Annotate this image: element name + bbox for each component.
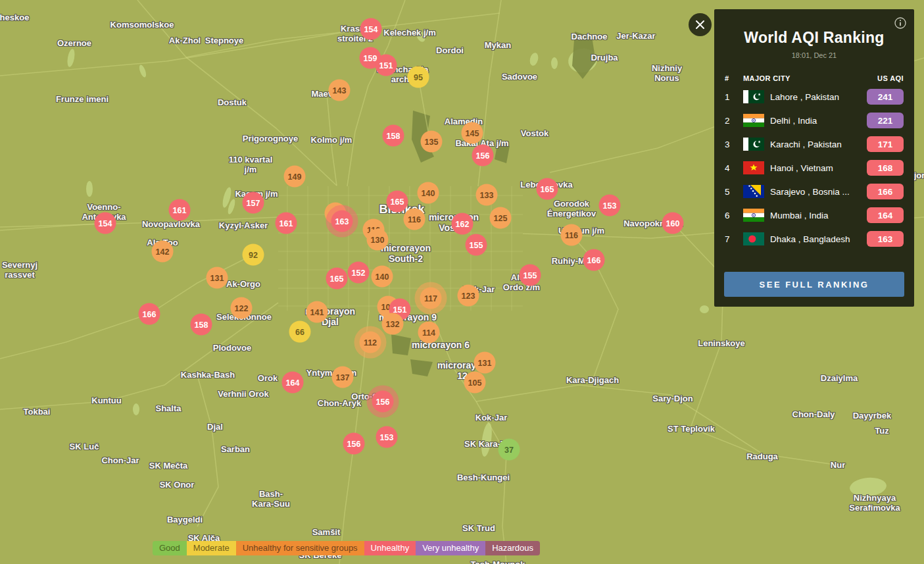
aqi-marker[interactable]: 155 xyxy=(466,234,487,256)
rank-number: 4 xyxy=(725,163,743,173)
aqi-marker[interactable]: 132 xyxy=(382,313,404,335)
aqi-marker[interactable]: 122 xyxy=(231,297,253,319)
aqi-marker[interactable]: 117 xyxy=(420,288,442,309)
map-canvas[interactable]: heskoeKomsomolskoeOzernoeAk-ZholStepnoye… xyxy=(0,0,924,564)
aqi-marker[interactable]: 153 xyxy=(376,426,398,448)
legend-unhealthy-for-sensitive-groups: Unhealthy for sensitive groups xyxy=(236,541,364,555)
city-name: Dhaka , Bangladesh xyxy=(770,234,867,244)
aqi-marker[interactable]: 165 xyxy=(326,268,348,290)
aqi-marker[interactable]: 137 xyxy=(332,367,354,388)
aqi-marker[interactable]: 116 xyxy=(561,224,583,246)
rank-number: 7 xyxy=(725,234,743,244)
close-icon xyxy=(695,20,705,30)
aqi-marker[interactable]: 37 xyxy=(498,439,520,461)
aqi-marker[interactable]: 166 xyxy=(139,303,160,325)
country-flag-icon xyxy=(743,114,764,127)
aqi-marker[interactable]: 164 xyxy=(282,372,304,394)
aqi-marker[interactable]: 160 xyxy=(662,213,684,234)
aqi-marker[interactable]: 165 xyxy=(537,178,558,200)
country-flag-icon xyxy=(743,209,764,222)
world-aqi-ranking-panel: World AQI Ranking 18:01, Dec 21 # MAJOR … xyxy=(714,9,914,307)
aqi-badge: 163 xyxy=(867,231,904,247)
city-name: Delhi , India xyxy=(770,116,867,126)
aqi-marker[interactable]: 141 xyxy=(306,301,328,323)
aqi-badge: 166 xyxy=(867,184,904,199)
aqi-badge: 164 xyxy=(867,207,904,223)
close-button[interactable] xyxy=(689,13,712,36)
ranking-row[interactable]: 5 Sarajevo , Bosnia ... 166 xyxy=(725,180,904,203)
aqi-legend: GoodModerateUnhealthy for sensitive grou… xyxy=(153,541,540,555)
legend-good: Good xyxy=(153,541,187,555)
legend-moderate: Moderate xyxy=(187,541,236,555)
legend-very-unhealthy: Very unhealthy xyxy=(416,541,485,555)
header-city: MAJOR CITY xyxy=(743,74,877,82)
aqi-marker[interactable]: 149 xyxy=(284,166,306,188)
rank-number: 1 xyxy=(725,92,743,102)
ranking-row[interactable]: 2 Delhi , India 221 xyxy=(725,109,904,132)
aqi-marker[interactable]: 156 xyxy=(343,433,365,455)
aqi-marker[interactable]: 156 xyxy=(372,391,394,413)
aqi-marker[interactable]: 145 xyxy=(462,122,483,144)
aqi-marker[interactable]: 114 xyxy=(418,322,440,344)
ranking-row[interactable]: 3 Karachi , Pakistan 171 xyxy=(725,132,904,156)
aqi-marker[interactable]: 92 xyxy=(243,244,264,266)
header-rank: # xyxy=(725,74,743,82)
aqi-marker[interactable]: 105 xyxy=(464,372,486,394)
aqi-marker[interactable]: 95 xyxy=(408,66,429,88)
ranking-row[interactable]: 6 Mumbai , India 164 xyxy=(725,203,904,227)
aqi-marker[interactable]: 161 xyxy=(276,213,297,234)
aqi-marker[interactable]: 130 xyxy=(367,229,389,251)
panel-timestamp: 18:01, Dec 21 xyxy=(714,51,914,59)
aqi-badge: 221 xyxy=(867,113,904,128)
aqi-marker[interactable]: 166 xyxy=(583,249,605,271)
aqi-marker[interactable]: 125 xyxy=(490,207,512,229)
aqi-marker[interactable]: 162 xyxy=(452,213,474,235)
ranking-row[interactable]: 7 Dhaka , Bangladesh 163 xyxy=(725,227,904,251)
ranking-row[interactable]: 1 Lahore , Pakistan 241 xyxy=(725,85,904,109)
aqi-marker[interactable]: 131 xyxy=(207,267,228,289)
aqi-marker[interactable]: 165 xyxy=(387,191,408,213)
aqi-badge: 171 xyxy=(867,136,904,152)
aqi-badge: 241 xyxy=(867,89,904,105)
aqi-marker[interactable]: 116 xyxy=(404,209,426,230)
aqi-marker[interactable]: 154 xyxy=(360,18,382,40)
aqi-marker[interactable]: 112 xyxy=(360,332,381,353)
see-full-ranking-button[interactable]: SEE FULL RANKING xyxy=(724,272,904,297)
ranking-row[interactable]: 4 Hanoi , Vietnam 168 xyxy=(725,156,904,180)
aqi-marker[interactable]: 156 xyxy=(472,145,494,167)
aqi-marker[interactable]: 161 xyxy=(169,199,191,221)
city-name: Lahore , Pakistan xyxy=(770,92,867,102)
legend-unhealthy: Unhealthy xyxy=(364,541,416,555)
info-icon[interactable] xyxy=(894,17,906,29)
country-flag-icon xyxy=(743,185,764,198)
aqi-marker[interactable]: 133 xyxy=(476,184,498,206)
rank-number: 5 xyxy=(725,187,743,197)
aqi-marker[interactable]: 135 xyxy=(421,131,443,153)
aqi-marker[interactable]: 153 xyxy=(599,195,621,217)
rank-number: 2 xyxy=(725,116,743,126)
ranking-list: 1 Lahore , Pakistan 241 2 Delhi , India … xyxy=(714,85,914,251)
rank-number: 3 xyxy=(725,140,743,149)
country-flag-icon xyxy=(743,161,764,174)
aqi-marker[interactable]: 152 xyxy=(348,262,370,284)
ranking-table-header: # MAJOR CITY US AQI xyxy=(725,74,904,82)
panel-title: World AQI Ranking xyxy=(714,29,914,47)
aqi-marker[interactable]: 140 xyxy=(418,182,439,204)
aqi-marker[interactable]: 151 xyxy=(376,55,397,76)
aqi-marker[interactable]: 158 xyxy=(383,125,404,147)
aqi-badge: 168 xyxy=(867,160,904,176)
aqi-marker[interactable]: 154 xyxy=(95,213,116,234)
aqi-marker[interactable]: 123 xyxy=(458,285,479,307)
aqi-marker[interactable]: 155 xyxy=(520,265,541,286)
rank-number: 6 xyxy=(725,211,743,220)
aqi-marker[interactable]: 131 xyxy=(474,352,496,374)
aqi-marker[interactable]: 157 xyxy=(243,192,264,214)
country-flag-icon xyxy=(743,138,764,151)
aqi-marker[interactable]: 163 xyxy=(331,211,353,232)
aqi-marker[interactable]: 143 xyxy=(329,80,351,101)
aqi-marker[interactable]: 66 xyxy=(289,321,311,343)
city-name: Karachi , Pakistan xyxy=(770,140,867,149)
aqi-marker[interactable]: 142 xyxy=(152,241,174,263)
aqi-marker[interactable]: 140 xyxy=(372,266,393,288)
aqi-marker[interactable]: 158 xyxy=(191,314,212,336)
